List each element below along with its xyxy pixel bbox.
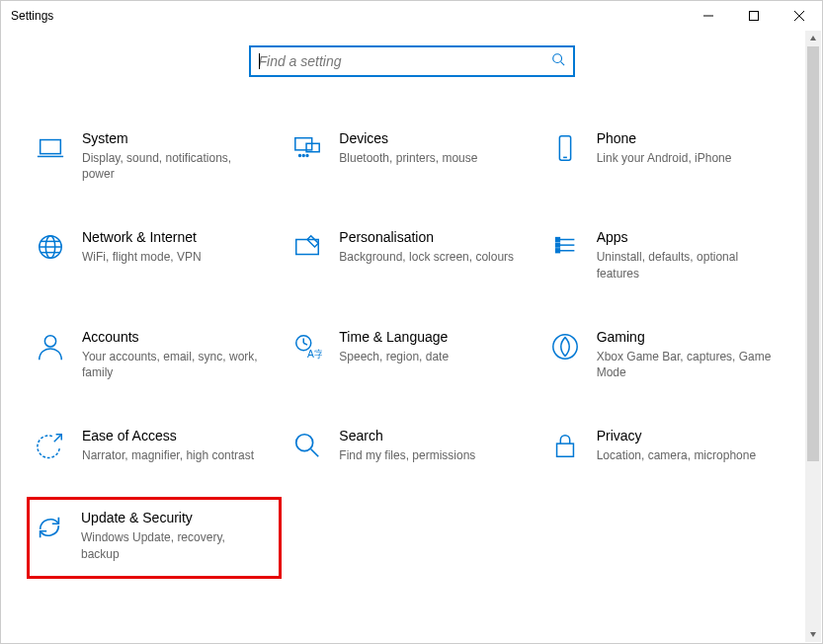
category-accounts[interactable]: Accounts Your accounts, email, sync, wor… [31, 325, 278, 384]
category-title: Apps [597, 229, 779, 245]
time-language-icon: A字 [291, 331, 323, 362]
scrollbar-thumb[interactable] [807, 46, 819, 461]
gaming-icon [549, 331, 581, 362]
category-title: Time & Language [339, 329, 521, 345]
apps-icon [549, 231, 581, 263]
category-title: Gaming [597, 329, 779, 345]
category-search[interactable]: Search Find my files, permissions [288, 424, 535, 467]
category-title: Ease of Access [82, 428, 264, 443]
category-title: Privacy [597, 428, 779, 443]
category-privacy[interactable]: Privacy Location, camera, microphone [545, 424, 792, 467]
category-title: Network & Internet [82, 229, 264, 245]
window-title: Settings [11, 9, 53, 23]
personalisation-icon [291, 231, 323, 263]
svg-point-10 [299, 155, 301, 157]
phone-icon [549, 132, 581, 164]
category-title: Search [339, 428, 521, 443]
category-desc: Speech, region, date [339, 349, 521, 364]
svg-rect-6 [41, 140, 61, 154]
ease-of-access-icon [35, 430, 66, 461]
svg-line-35 [311, 449, 319, 457]
category-desc: Uninstall, defaults, optional features [597, 249, 779, 281]
category-network[interactable]: Network & Internet WiFi, flight mode, VP… [31, 225, 278, 284]
text-cursor [259, 53, 260, 69]
svg-point-27 [44, 336, 55, 347]
category-gaming[interactable]: Gaming Xbox Game Bar, captures, Game Mod… [545, 325, 792, 384]
category-desc: Display, sound, notifications, power [82, 150, 264, 182]
category-time-language[interactable]: A字 Time & Language Speech, region, date [288, 325, 535, 384]
search-category-icon [291, 430, 323, 461]
svg-line-5 [560, 62, 564, 66]
category-desc: Windows Update, recovery, backup [81, 529, 265, 561]
search-container [31, 45, 792, 77]
svg-marker-37 [810, 36, 816, 40]
category-personalisation[interactable]: Personalisation Background, lock screen,… [288, 225, 535, 284]
maximize-button[interactable] [731, 1, 777, 31]
category-desc: Bluetooth, printers, mouse [339, 150, 521, 166]
close-button[interactable] [777, 1, 822, 31]
scrollbar[interactable] [805, 31, 821, 642]
category-desc: Find my files, permissions [339, 447, 521, 463]
category-ease-of-access[interactable]: Ease of Access Narrator, magnifier, high… [31, 424, 278, 467]
titlebar: Settings [1, 1, 822, 31]
category-desc: Link your Android, iPhone [597, 150, 779, 166]
search-icon[interactable] [551, 52, 565, 70]
svg-rect-36 [556, 443, 573, 456]
scroll-down-button[interactable] [805, 626, 821, 642]
category-title: System [82, 130, 264, 146]
category-devices[interactable]: Devices Bluetooth, printers, mouse [288, 126, 535, 186]
svg-point-11 [303, 155, 305, 157]
close-icon [794, 11, 804, 21]
scroll-up-button[interactable] [805, 31, 821, 46]
svg-rect-13 [559, 136, 570, 160]
svg-rect-25 [555, 244, 559, 248]
maximize-icon [749, 11, 759, 21]
svg-point-12 [306, 155, 308, 157]
svg-point-34 [296, 435, 313, 451]
category-desc: WiFi, flight mode, VPN [82, 249, 264, 265]
category-phone[interactable]: Phone Link your Android, iPhone [545, 126, 792, 186]
svg-marker-38 [810, 632, 816, 637]
category-apps[interactable]: Apps Uninstall, defaults, optional featu… [545, 225, 792, 284]
svg-line-30 [304, 343, 308, 345]
categories-grid: System Display, sound, notifications, po… [31, 126, 792, 565]
window-controls [686, 1, 822, 31]
category-desc: Your accounts, email, sync, work, family [82, 349, 264, 380]
category-update-security[interactable]: Update & Security Windows Update, recove… [27, 497, 282, 578]
category-title: Phone [597, 130, 779, 146]
category-system[interactable]: System Display, sound, notifications, po… [31, 126, 278, 186]
svg-rect-1 [750, 12, 759, 21]
globe-icon [35, 231, 66, 263]
search-box[interactable] [249, 45, 575, 77]
category-desc: Narrator, magnifier, high contrast [82, 447, 264, 463]
category-title: Personalisation [339, 229, 521, 245]
svg-line-33 [54, 435, 62, 443]
update-icon [34, 512, 65, 543]
lock-icon [549, 430, 581, 461]
minimize-icon [703, 11, 713, 21]
category-desc: Background, lock screen, colours [339, 249, 521, 265]
category-title: Devices [339, 130, 521, 146]
search-input[interactable] [259, 53, 551, 69]
content-area: System Display, sound, notifications, po… [1, 31, 822, 643]
svg-point-4 [552, 54, 561, 63]
category-title: Accounts [82, 329, 264, 345]
category-title: Update & Security [81, 510, 265, 525]
svg-rect-26 [555, 249, 559, 253]
svg-text:A字: A字 [307, 349, 322, 360]
person-icon [35, 331, 66, 362]
svg-rect-24 [555, 238, 559, 242]
laptop-icon [35, 132, 66, 164]
category-desc: Xbox Game Bar, captures, Game Mode [597, 349, 779, 380]
devices-icon [291, 132, 323, 164]
category-desc: Location, camera, microphone [597, 447, 779, 463]
minimize-button[interactable] [686, 1, 731, 31]
